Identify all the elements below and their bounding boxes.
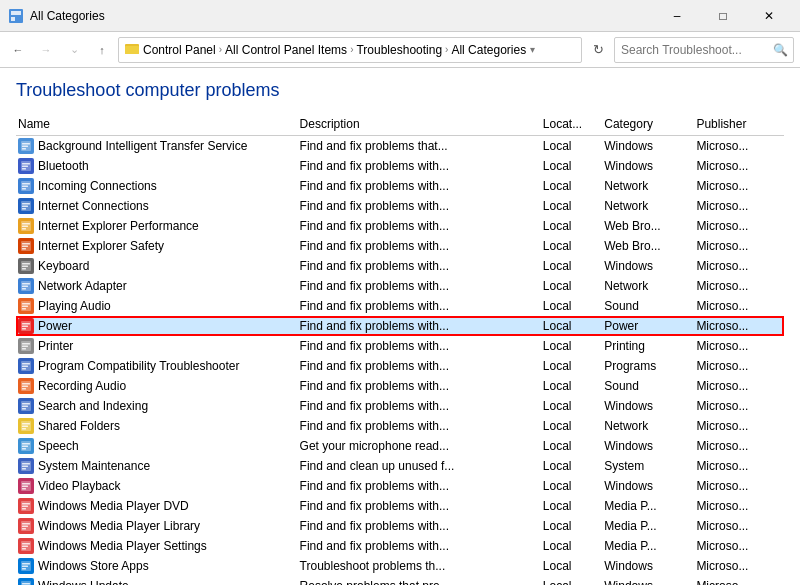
table-row[interactable]: Windows Update Resolve problems that pre… bbox=[16, 576, 784, 585]
svg-rect-12 bbox=[22, 166, 28, 168]
table-row[interactable]: Windows Store Apps Troubleshoot problems… bbox=[16, 556, 784, 576]
cell-description: Find and fix problems with... bbox=[298, 236, 541, 256]
cell-category: Web Bro... bbox=[602, 236, 694, 256]
table-row[interactable]: Incoming Connections Find and fix proble… bbox=[16, 176, 784, 196]
svg-rect-2 bbox=[11, 17, 15, 21]
shared-icon bbox=[18, 418, 34, 434]
cell-category: Windows bbox=[602, 556, 694, 576]
svg-rect-80 bbox=[22, 506, 28, 508]
svg-rect-13 bbox=[22, 168, 26, 170]
minimize-button[interactable]: – bbox=[654, 0, 700, 32]
path-all-categories[interactable]: All Categories bbox=[451, 43, 526, 57]
col-header-location[interactable]: Locat... bbox=[541, 115, 602, 136]
table-header-row: Name Description Locat... Category Publi… bbox=[16, 115, 784, 136]
cell-name: Windows Update bbox=[16, 576, 298, 585]
table-row[interactable]: Keyboard Find and fix problems with... L… bbox=[16, 256, 784, 276]
table-row[interactable]: Video Playback Find and fix problems wit… bbox=[16, 476, 784, 496]
cell-description: Find and fix problems with... bbox=[298, 156, 541, 176]
cell-description: Find and fix problems with... bbox=[298, 356, 541, 376]
svg-rect-88 bbox=[22, 546, 28, 548]
table-row[interactable]: Background Intelligent Transfer Service … bbox=[16, 136, 784, 157]
address-path[interactable]: Control Panel › All Control Panel Items … bbox=[118, 37, 582, 63]
bits-icon bbox=[18, 138, 34, 154]
cell-name: Program Compatibility Troubleshooter bbox=[16, 356, 298, 376]
item-name-text: Windows Media Player Library bbox=[38, 519, 200, 533]
path-troubleshooting[interactable]: Troubleshooting bbox=[356, 43, 442, 57]
svg-rect-33 bbox=[22, 268, 26, 270]
cell-publisher: Microso... bbox=[694, 216, 784, 236]
svg-rect-73 bbox=[22, 468, 26, 470]
search-input[interactable] bbox=[614, 37, 794, 63]
col-header-description[interactable]: Description bbox=[298, 115, 541, 136]
page-title: Troubleshoot computer problems bbox=[16, 80, 784, 101]
table-row[interactable]: Network Adapter Find and fix problems wi… bbox=[16, 276, 784, 296]
table-row[interactable]: Windows Media Player DVD Find and fix pr… bbox=[16, 496, 784, 516]
back-button[interactable]: ← bbox=[6, 38, 30, 62]
cell-publisher: Microso... bbox=[694, 556, 784, 576]
audio-icon bbox=[18, 298, 34, 314]
cell-name: Playing Audio bbox=[16, 296, 298, 316]
table-row[interactable]: Internet Connections Find and fix proble… bbox=[16, 196, 784, 216]
svg-rect-75 bbox=[22, 483, 30, 485]
table-row[interactable]: Windows Media Player Settings Find and f… bbox=[16, 536, 784, 556]
item-name-text: Search and Indexing bbox=[38, 399, 148, 413]
table-row[interactable]: Search and Indexing Find and fix problem… bbox=[16, 396, 784, 416]
item-name-text: Power bbox=[38, 319, 72, 333]
netadap-icon bbox=[18, 278, 34, 294]
table-row[interactable]: Printer Find and fix problems with... Lo… bbox=[16, 336, 784, 356]
svg-rect-87 bbox=[22, 543, 30, 545]
cell-description: Find and fix problems with... bbox=[298, 276, 541, 296]
table-row[interactable]: Program Compatibility Troubleshooter Fin… bbox=[16, 356, 784, 376]
table-row[interactable]: Bluetooth Find and fix problems with... … bbox=[16, 156, 784, 176]
path-control-panel[interactable]: Control Panel bbox=[143, 43, 216, 57]
table-row[interactable]: Speech Get your microphone read... Local… bbox=[16, 436, 784, 456]
cell-publisher: Microso... bbox=[694, 176, 784, 196]
table-row[interactable]: Shared Folders Find and fix problems wit… bbox=[16, 416, 784, 436]
table-row[interactable]: Playing Audio Find and fix problems with… bbox=[16, 296, 784, 316]
cell-description: Find and fix problems with... bbox=[298, 176, 541, 196]
svg-rect-55 bbox=[22, 383, 30, 385]
col-header-name[interactable]: Name bbox=[16, 115, 298, 136]
table-row[interactable]: Recording Audio Find and fix problems wi… bbox=[16, 376, 784, 396]
cell-location: Local bbox=[541, 256, 602, 276]
forward-button[interactable]: → bbox=[34, 38, 58, 62]
svg-rect-23 bbox=[22, 223, 30, 225]
cell-name: Windows Media Player Settings bbox=[16, 536, 298, 556]
cell-category: Sound bbox=[602, 296, 694, 316]
recent-button[interactable]: ⌄ bbox=[62, 38, 86, 62]
svg-rect-76 bbox=[22, 486, 28, 488]
maximize-button[interactable]: □ bbox=[700, 0, 746, 32]
table-row[interactable]: Power Find and fix problems with... Loca… bbox=[16, 316, 784, 336]
svg-rect-85 bbox=[22, 528, 26, 530]
keyboard-icon bbox=[18, 258, 34, 274]
table-row[interactable]: Windows Media Player Library Find and fi… bbox=[16, 516, 784, 536]
cell-category: Network bbox=[602, 276, 694, 296]
svg-rect-72 bbox=[22, 466, 28, 468]
cell-location: Local bbox=[541, 136, 602, 157]
svg-rect-29 bbox=[22, 248, 26, 250]
item-name-text: Recording Audio bbox=[38, 379, 126, 393]
up-button[interactable]: ↑ bbox=[90, 38, 114, 62]
cell-location: Local bbox=[541, 516, 602, 536]
cell-category: Windows bbox=[602, 156, 694, 176]
svg-rect-49 bbox=[22, 348, 26, 350]
cell-category: Windows bbox=[602, 396, 694, 416]
svg-rect-59 bbox=[22, 403, 30, 405]
col-header-category[interactable]: Category bbox=[602, 115, 694, 136]
svg-rect-31 bbox=[22, 263, 30, 265]
cell-description: Find and fix problems with... bbox=[298, 476, 541, 496]
cell-location: Local bbox=[541, 276, 602, 296]
path-all-items[interactable]: All Control Panel Items bbox=[225, 43, 347, 57]
table-row[interactable]: Internet Explorer Safety Find and fix pr… bbox=[16, 236, 784, 256]
svg-rect-68 bbox=[22, 446, 28, 448]
cell-publisher: Microso... bbox=[694, 476, 784, 496]
col-header-publisher[interactable]: Publisher bbox=[694, 115, 784, 136]
refresh-button[interactable]: ↻ bbox=[586, 38, 610, 62]
cell-publisher: Microso... bbox=[694, 396, 784, 416]
table-row[interactable]: Internet Explorer Performance Find and f… bbox=[16, 216, 784, 236]
table-row[interactable]: System Maintenance Find and clean up unu… bbox=[16, 456, 784, 476]
close-button[interactable]: ✕ bbox=[746, 0, 792, 32]
svg-rect-60 bbox=[22, 406, 28, 408]
cell-description: Find and fix problems with... bbox=[298, 336, 541, 356]
svg-rect-39 bbox=[22, 303, 30, 305]
